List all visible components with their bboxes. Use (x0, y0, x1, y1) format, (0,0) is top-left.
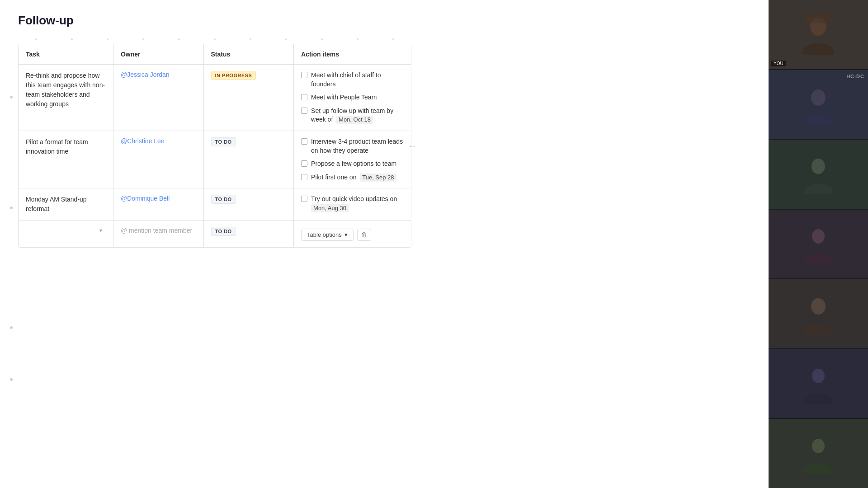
delete-button[interactable]: 🗑 (357, 229, 371, 241)
table-container: ↔ Task Owner Status Action items Re-thin… (18, 44, 411, 248)
action-text: Meet with chief of staff to founders (311, 71, 404, 89)
owner-tag-2: @Christine Lee (121, 137, 165, 145)
svg-point-13 (812, 439, 825, 453)
status-cell-3[interactable]: TO DO (203, 188, 294, 221)
new-action-cell: Table options ▾ 🗑 (294, 221, 411, 248)
video-tile-inner-2 (769, 70, 868, 139)
table-header-row: Task Owner Status Action items (19, 44, 411, 65)
follow-up-table: Task Owner Status Action items Re-think … (19, 44, 411, 247)
delete-icon: 🗑 (361, 231, 367, 238)
new-owner-cell[interactable]: @ mention team member (113, 221, 203, 248)
row-indicator-3 (10, 326, 13, 329)
person-avatar-2 (802, 84, 834, 125)
person-avatar-3 (802, 154, 834, 194)
person-avatar-1 (800, 14, 836, 55)
video-tile-7[interactable] (769, 419, 868, 488)
video-tile-inner-1 (769, 0, 868, 69)
video-sidebar: YOU HC·DC (769, 0, 868, 488)
action-cell-2: Interview 3-4 product team leads on how … (294, 131, 411, 188)
table-options-bar: TO DO (211, 227, 287, 236)
action-item: Meet with People Team (301, 93, 404, 102)
date-chip: Tue, Sep 28 (360, 174, 396, 182)
action-checkbox[interactable] (301, 196, 307, 202)
svg-point-5 (811, 159, 825, 174)
owner-cell-3[interactable]: @Dominique Bell (113, 188, 203, 221)
svg-point-1 (802, 43, 834, 55)
new-status-cell[interactable]: TO DO (203, 221, 294, 248)
action-item: Pilot first one on Tue, Sep 28 (301, 173, 404, 182)
video-tile-2[interactable]: HC·DC (769, 70, 868, 139)
new-task-input[interactable] (26, 227, 106, 234)
video-tile-inner-7 (769, 419, 868, 488)
new-task-cell[interactable]: ▾ (19, 221, 113, 248)
action-text: Try out quick video updates on Mon, Aug … (311, 195, 404, 212)
action-text: Pilot first one on Tue, Sep 28 (311, 173, 404, 182)
video-tile-1[interactable]: YOU (769, 0, 868, 69)
table-row: Re-think and propose how this team engag… (19, 65, 411, 131)
col-header-task: Task (19, 44, 113, 65)
owner-cell-1[interactable]: @Jessica Jordan (113, 65, 203, 131)
task-input-wrapper: ▾ (26, 227, 106, 234)
action-checkbox[interactable] (301, 108, 307, 114)
main-content: Follow-up ↔ Task Owner Status Action ite… (0, 0, 769, 488)
person-avatar-6 (802, 363, 834, 404)
svg-point-10 (804, 324, 833, 334)
action-item: Meet with chief of staff to founders (301, 71, 404, 89)
task-cell-3[interactable]: Monday AM Stand-up reformat (19, 188, 113, 221)
new-status-badge: TO DO (211, 227, 236, 236)
dropdown-arrow-icon: ▾ (99, 227, 102, 234)
person-avatar-7 (802, 433, 834, 474)
video-tile-5[interactable] (769, 279, 868, 348)
row-indicator-1 (10, 96, 13, 99)
video-tile-inner-4 (769, 210, 868, 279)
status-cell-2[interactable]: TO DO (203, 131, 294, 188)
action-item: Propose a few options to team (301, 160, 404, 169)
person-avatar-4 (802, 224, 834, 264)
action-checkbox[interactable] (301, 174, 307, 180)
row-indicator-2 (10, 206, 13, 209)
video-tile-inner-6 (769, 349, 868, 418)
svg-point-6 (804, 184, 833, 194)
status-cell-1[interactable]: IN PROGRESS (203, 65, 294, 131)
date-chip: Mon, Oct 18 (336, 116, 373, 124)
action-text: Interview 3-4 product team leads on how … (311, 137, 404, 155)
video-tile-3[interactable] (769, 140, 868, 209)
action-cell-1: Meet with chief of staff to founders Mee… (294, 65, 411, 131)
action-text: Propose a few options to team (311, 160, 404, 169)
row-indicator-4 (10, 378, 13, 381)
task-cell-1[interactable]: Re-think and propose how this team engag… (19, 65, 113, 131)
status-badge-1: IN PROGRESS (211, 71, 256, 80)
page-title: Follow-up (18, 14, 750, 28)
svg-point-11 (812, 369, 825, 383)
table-row: Monday AM Stand-up reformat @Dominique B… (19, 188, 411, 221)
owner-tag-1: @Jessica Jordan (121, 71, 170, 78)
video-tile-4[interactable] (769, 210, 868, 279)
table-wrapper: ↔ Task Owner Status Action items Re-thin… (18, 44, 411, 248)
action-checkbox[interactable] (301, 138, 307, 145)
action-item: Try out quick video updates on Mon, Aug … (301, 195, 404, 212)
you-label: YOU (771, 61, 786, 66)
hc-label: HC·DC (846, 74, 864, 79)
action-cell-3: Try out quick video updates on Mon, Aug … (294, 188, 411, 221)
task-text-3: Monday AM Stand-up reformat (26, 195, 106, 214)
action-item: Set up follow up with team by week of Mo… (301, 107, 404, 124)
action-checkbox[interactable] (301, 160, 307, 167)
svg-point-9 (811, 298, 826, 314)
col-header-action: Action items (294, 44, 411, 65)
date-chip: Mon, Aug 30 (311, 204, 349, 212)
svg-point-3 (811, 89, 826, 106)
table-options-button[interactable]: Table options ▾ (301, 229, 354, 241)
video-tile-6[interactable] (769, 349, 868, 418)
owner-tag-3: @Dominique Bell (121, 195, 170, 202)
table-options-label: Table options (307, 231, 342, 238)
action-text: Set up follow up with team by week of Mo… (311, 107, 404, 124)
owner-cell-2[interactable]: @Christine Lee (113, 131, 203, 188)
svg-point-14 (804, 464, 833, 474)
svg-point-8 (804, 254, 833, 264)
task-cell-2[interactable]: Pilot a format for team innovation time (19, 131, 113, 188)
video-tile-inner-5 (769, 279, 868, 348)
chevron-down-icon: ▾ (344, 231, 348, 238)
action-checkbox[interactable] (301, 94, 307, 100)
person-avatar-5 (802, 294, 834, 334)
action-checkbox[interactable] (301, 72, 307, 78)
